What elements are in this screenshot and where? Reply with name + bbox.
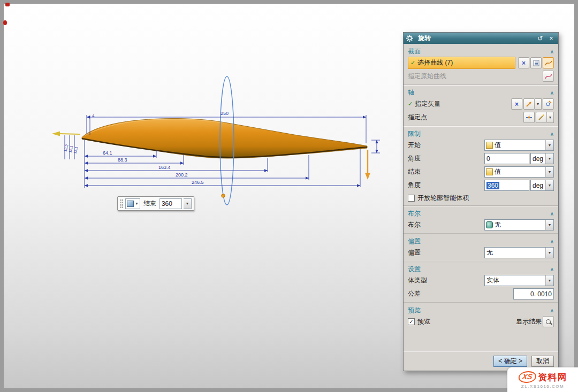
divider (404, 233, 558, 234)
curve-icon (545, 60, 552, 66)
point-dialog-button[interactable] (536, 112, 547, 123)
chevron-down-icon[interactable]: ▼ (545, 180, 553, 190)
section-header-offset[interactable]: 偏置 ∧ (407, 235, 555, 246)
collapse-icon: ∧ (550, 239, 554, 244)
magnifier-icon (546, 319, 551, 324)
chevron-down-icon[interactable]: ▼ (545, 167, 553, 177)
revolve-dialog: 旋转 ↺ × 截面 ∧ ✓ 选择曲线 (7) × 指定原始曲线 (403, 32, 559, 371)
show-result-label: 显示结果 (516, 317, 542, 326)
show-result-button[interactable] (543, 316, 554, 327)
curve-rule-button[interactable] (543, 57, 554, 68)
cancel-button[interactable]: 取消 (531, 356, 554, 367)
onscreen-limit-toolbar: ▼ 结束 360 ▼ (117, 196, 194, 211)
chevron-down-icon: ▼ (549, 116, 552, 119)
divider (404, 205, 558, 206)
section-header-preview[interactable]: 预览 ∧ (407, 304, 555, 315)
collapse-icon: ∧ (550, 90, 554, 96)
tolerance-input[interactable]: 0. 0010 (513, 288, 554, 299)
close-button[interactable]: × (547, 34, 556, 43)
dim-label: 163.4 (158, 165, 171, 170)
section-header-settings[interactable]: 设置 ∧ (407, 263, 555, 274)
end-type-dropdown[interactable]: 值 ▼ (484, 166, 554, 178)
dialog-body: 截面 ∧ ✓ 选择曲线 (7) × 指定原始曲线 轴 (404, 44, 558, 371)
collapse-icon: ∧ (550, 266, 554, 272)
end-angle-label: 角度 (408, 181, 421, 190)
start-angle-label: 角度 (408, 154, 421, 163)
start-angle-input[interactable]: 0 (484, 153, 529, 164)
list-icon (533, 60, 539, 66)
reset-button[interactable]: ↺ (536, 34, 544, 43)
point-button[interactable] (523, 112, 535, 123)
clear-vector-button[interactable]: × (511, 98, 522, 110)
point-type-dropdown[interactable]: ▼ (547, 112, 554, 123)
boolean-row: 布尔 无 ▼ (407, 218, 555, 232)
dialog-title: 旋转 (418, 34, 431, 43)
chevron-down-icon[interactable]: ▼ (545, 275, 553, 286)
end-angle-input[interactable]: 360 (484, 180, 529, 191)
vector-type-dropdown[interactable]: ▼ (535, 98, 542, 110)
value-icon (486, 168, 493, 175)
tolerance-label: 公差 (408, 289, 421, 298)
x-icon: × (515, 101, 519, 107)
origin-curve-button[interactable] (543, 71, 554, 82)
chevron-down-icon: ▼ (536, 102, 540, 106)
direction-arrow-right[interactable] (365, 150, 370, 180)
reverse-direction-button[interactable] (543, 98, 554, 110)
select-curve-field[interactable]: ✓ 选择曲线 (7) (408, 57, 515, 69)
boolean-none-icon (486, 221, 493, 228)
start-label: 开始 (408, 141, 421, 150)
toolbar-grip-handle[interactable] (120, 199, 124, 208)
chevron-down-icon[interactable]: ▼ (545, 220, 553, 230)
direction-arrow-left[interactable] (52, 132, 80, 136)
collapse-icon: ∧ (550, 211, 554, 217)
divider (404, 351, 558, 352)
end-angle-input[interactable]: 360 (159, 198, 182, 209)
selected-text: 360 (486, 182, 499, 189)
gear-icon (406, 35, 413, 42)
vector-type-button[interactable] (523, 98, 535, 110)
open-profile-label: 开放轮廓智能体积 (417, 194, 469, 203)
vector-icon (526, 101, 533, 107)
chevron-down-icon[interactable]: ▼ (545, 153, 553, 164)
divider (404, 126, 558, 127)
check-icon: ✓ (408, 101, 413, 107)
end-angle-dropdown-button[interactable]: ▼ (184, 198, 192, 209)
dialog-titlebar[interactable]: 旋转 ↺ × (404, 33, 558, 44)
boolean-dropdown[interactable]: 无 ▼ (484, 219, 554, 230)
drag-handle[interactable] (222, 194, 225, 197)
body-type-row: 体类型 实体 ▼ (407, 274, 555, 287)
value-icon (486, 142, 493, 149)
screen-artifact (3, 20, 7, 25)
start-angle-unit-dropdown[interactable]: deg ▼ (530, 153, 554, 164)
section-header-boolean[interactable]: 布尔 ∧ (407, 207, 555, 218)
chevron-down-icon: ▼ (135, 202, 139, 205)
divider (404, 84, 558, 86)
curve-list-button[interactable] (530, 57, 542, 68)
end-label: 结束 (142, 199, 158, 208)
offset-row: 偏置 无 ▼ (407, 246, 555, 259)
chevron-down-icon[interactable]: ▼ (545, 140, 553, 150)
open-profile-checkbox[interactable] (408, 195, 415, 202)
collapse-icon: ∧ (550, 49, 554, 55)
limit-type-dropdown[interactable]: ▼ (125, 198, 140, 209)
preview-checkbox[interactable]: ✓ (408, 318, 415, 325)
end-angle-unit-dropdown[interactable]: deg ▼ (530, 180, 554, 191)
model-solid[interactable] (82, 119, 367, 158)
end-label: 结束 (408, 167, 421, 176)
chevron-down-icon[interactable]: ▼ (545, 248, 553, 258)
section-header-axis[interactable]: 轴 ∧ (407, 87, 555, 97)
body-type-dropdown[interactable]: 实体 ▼ (484, 275, 554, 286)
section-header-section[interactable]: 截面 ∧ (407, 45, 555, 56)
dialog-buttons: < 确定 > 取消 (407, 353, 555, 367)
offset-label: 偏置 (408, 248, 421, 257)
watermark: XS 资料网 ZL.XS1616.COM (507, 367, 578, 392)
offset-dropdown[interactable]: 无 ▼ (484, 247, 554, 258)
ok-button[interactable]: < 确定 > (493, 356, 527, 367)
watermark-logo: XS (518, 371, 537, 383)
origin-curve-row[interactable]: 指定原始曲线 (407, 70, 555, 83)
dim-label: 88.3 (118, 157, 127, 163)
section-header-limits[interactable]: 限制 ∧ (407, 128, 555, 139)
divider (404, 261, 558, 262)
start-type-dropdown[interactable]: 值 ▼ (484, 140, 554, 151)
deselect-button[interactable]: × (518, 57, 529, 68)
